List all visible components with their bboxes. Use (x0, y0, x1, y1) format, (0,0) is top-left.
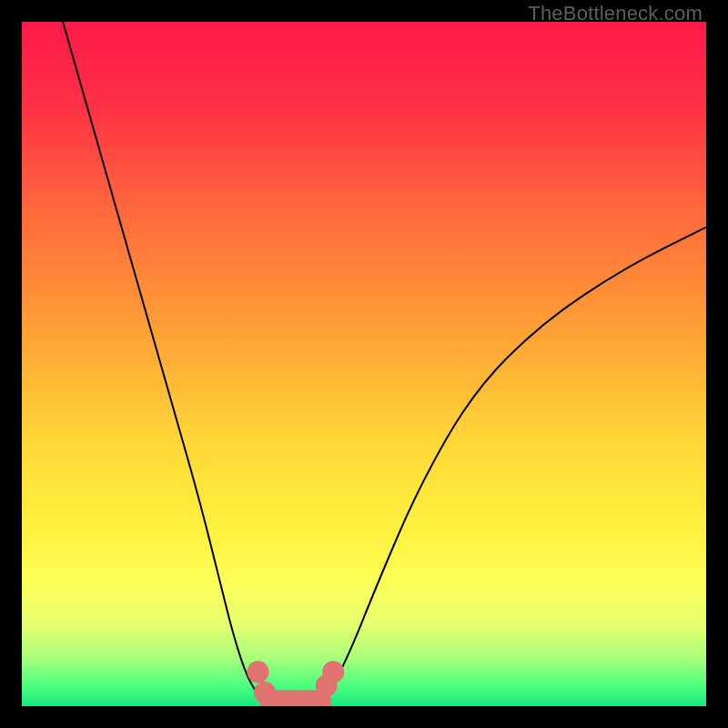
svg-rect-0 (22, 22, 706, 706)
plot-area (22, 22, 706, 706)
frame: TheBottleneck.com (0, 0, 728, 728)
background-gradient (22, 22, 706, 706)
